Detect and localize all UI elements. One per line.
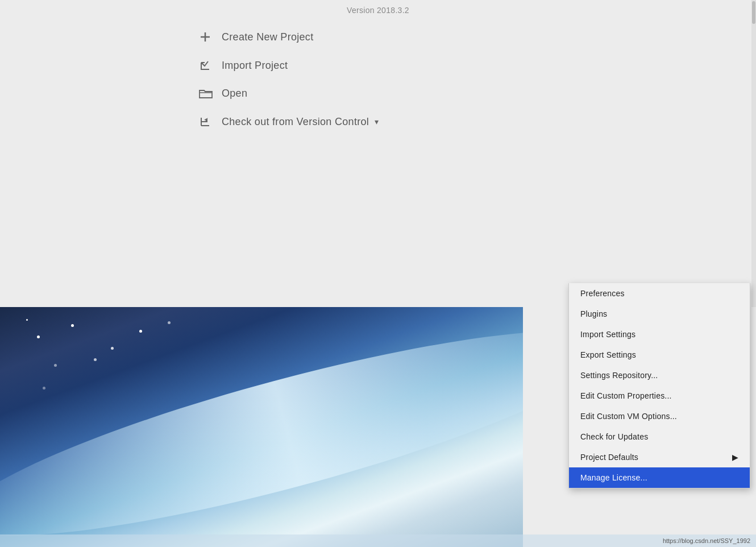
dropdown-item-import-settings[interactable]: Import Settings bbox=[569, 324, 750, 345]
space-image-background bbox=[0, 307, 523, 547]
dropdown-item-project-defaults[interactable]: Project Defaults ▶ bbox=[569, 447, 750, 467]
version-label: Version 2018.3.2 bbox=[347, 6, 409, 15]
dropdown-item-export-settings[interactable]: Export Settings bbox=[569, 345, 750, 365]
manage-license-label: Manage License... bbox=[580, 473, 647, 482]
folder-icon bbox=[199, 88, 214, 100]
preferences-label: Preferences bbox=[580, 289, 625, 298]
checkout-icon bbox=[199, 115, 214, 128]
plus-icon bbox=[199, 31, 214, 43]
import-settings-label: Import Settings bbox=[580, 330, 635, 339]
scrollbar[interactable] bbox=[751, 0, 756, 307]
open-label: Open bbox=[222, 88, 247, 100]
export-settings-label: Export Settings bbox=[580, 350, 636, 359]
checkout-label: Check out from Version Control bbox=[222, 116, 369, 128]
checkout-item[interactable]: Check out from Version Control ▾ bbox=[199, 107, 379, 136]
project-defaults-label: Project Defaults bbox=[580, 453, 638, 462]
import-project-item[interactable]: Import Project bbox=[199, 51, 379, 80]
edit-custom-properties-label: Edit Custom Properties... bbox=[580, 391, 672, 400]
check-for-updates-label: Check for Updates bbox=[580, 432, 648, 441]
configure-dropdown: Preferences Plugins Import Settings Expo… bbox=[568, 283, 750, 488]
checkout-chevron-icon: ▾ bbox=[375, 117, 379, 126]
dropdown-item-check-for-updates[interactable]: Check for Updates bbox=[569, 426, 750, 447]
status-bar: https://blog.csdn.net/SSY_1992 bbox=[0, 534, 756, 547]
dropdown-item-plugins[interactable]: Plugins bbox=[569, 304, 750, 324]
main-menu: Create New Project Import Project Open bbox=[199, 23, 379, 136]
dropdown-item-settings-repository[interactable]: Settings Repository... bbox=[569, 365, 750, 386]
import-icon bbox=[199, 59, 214, 72]
import-project-label: Import Project bbox=[222, 60, 288, 72]
plugins-label: Plugins bbox=[580, 309, 607, 318]
version-text: Version 2018.3.2 bbox=[0, 0, 756, 15]
edit-custom-vm-options-label: Edit Custom VM Options... bbox=[580, 412, 677, 421]
dropdown-item-preferences[interactable]: Preferences bbox=[569, 283, 750, 304]
settings-repository-label: Settings Repository... bbox=[580, 371, 658, 380]
submenu-arrow-icon: ▶ bbox=[732, 453, 738, 462]
create-new-project-item[interactable]: Create New Project bbox=[199, 23, 379, 51]
status-url: https://blog.csdn.net/SSY_1992 bbox=[663, 537, 750, 544]
dropdown-item-edit-custom-properties[interactable]: Edit Custom Properties... bbox=[569, 386, 750, 406]
open-item[interactable]: Open bbox=[199, 80, 379, 107]
dropdown-item-edit-custom-vm-options[interactable]: Edit Custom VM Options... bbox=[569, 406, 750, 426]
create-new-project-label: Create New Project bbox=[222, 31, 313, 43]
dropdown-item-manage-license[interactable]: Manage License... bbox=[569, 467, 750, 488]
